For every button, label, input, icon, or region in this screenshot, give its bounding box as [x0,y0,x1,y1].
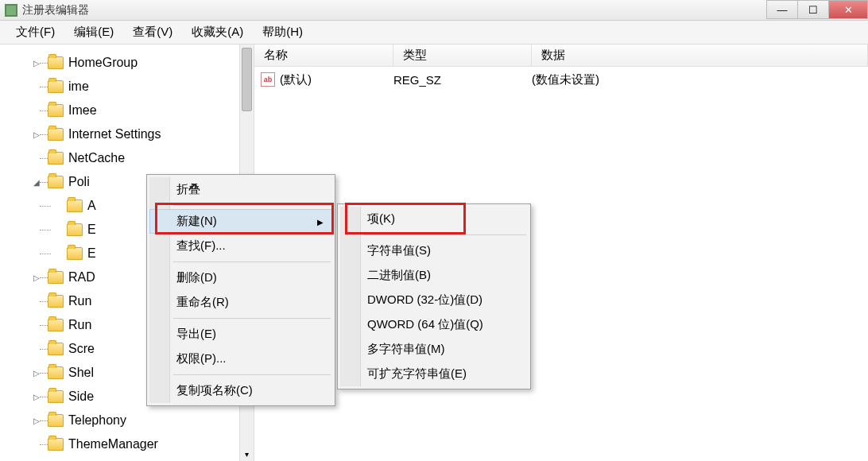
folder-icon [48,295,64,308]
tree-label: E [87,223,96,237]
ctx-item[interactable]: 可扩充字符串值(E) [340,362,528,386]
cell-name: ab (默认) [261,72,393,87]
menu-file[interactable]: 文件(F) [6,21,64,43]
folder-icon [48,56,64,69]
ctx-separator [173,205,331,206]
tree-node[interactable]: ime [48,75,254,99]
tree-node[interactable]: ▷Internet Settings [48,122,254,146]
context-menu-main[interactable]: 折叠新建(N)▶查找(F)...删除(D)重命名(R)导出(E)权限(P)...… [146,174,335,406]
list-row[interactable]: ab (默认) REG_SZ (数值未设置) [254,67,868,92]
folder-icon [67,247,83,260]
tree-label: A [87,199,96,213]
tree-label: ime [68,79,89,94]
expander-icon[interactable]: ◢ [32,177,41,187]
expander-icon[interactable]: ▷ [32,368,41,378]
folder-icon [67,200,83,212]
ctx-item[interactable]: 新建(N)▶ [149,209,332,234]
tree-node[interactable]: NetCache [48,146,254,170]
col-data[interactable]: 数据 [532,45,868,66]
tree-label: Scre [68,342,95,356]
folder-icon [48,152,64,165]
ctx-separator [364,234,526,235]
close-button[interactable]: ✕ [828,0,868,19]
ctx-item[interactable]: 重命名(R) [149,290,332,315]
ctx-separator [173,318,331,319]
tree-label: E [87,246,96,261]
tree-label: NetCache [68,151,125,165]
ctx-item[interactable]: 查找(F)... [149,234,332,258]
tree-label: Poli [68,175,90,189]
folder-icon [48,414,64,427]
tree-label: ThemeManager [68,437,158,451]
col-name[interactable]: 名称 [254,45,393,66]
tree-label: RAD [68,270,95,285]
folder-icon [48,176,64,188]
folder-icon [48,104,64,117]
ctx-item[interactable]: DWORD (32-位)值(D) [340,288,528,312]
cell-data: (数值未设置) [532,72,868,87]
ctx-item[interactable]: 复制项名称(C) [149,378,332,403]
ctx-item[interactable]: 导出(E) [149,322,332,347]
tree-label: Imee [68,103,97,118]
expander-icon[interactable]: ▷ [32,58,41,68]
maximize-button[interactable]: ☐ [797,0,829,19]
context-menu-new[interactable]: 项(K)字符串值(S)二进制值(B)DWORD (32-位)值(D)QWORD … [337,203,531,389]
expander-icon[interactable]: ▷ [32,416,41,425]
folder-icon [48,271,64,284]
scrollbar-thumb[interactable] [242,48,252,111]
window-title: 注册表编辑器 [22,3,89,17]
scrollbar-down-arrow[interactable]: ▾ [241,448,252,459]
expander-icon[interactable]: ▷ [32,392,41,401]
string-value-icon: ab [261,72,275,87]
menubar: 文件(F) 编辑(E) 查看(V) 收藏夹(A) 帮助(H) [0,21,868,45]
folder-icon [48,343,64,355]
ctx-separator [173,374,331,375]
folder-icon [48,128,64,141]
expander-icon[interactable]: ▷ [32,273,41,282]
tree-label: Run [68,294,91,308]
list-header: 名称 类型 数据 [254,45,868,67]
titlebar: 注册表编辑器 — ☐ ✕ [0,0,868,21]
tree-node[interactable]: ThemeManager [48,432,254,456]
ctx-item[interactable]: 权限(P)... [149,347,332,371]
tree-node[interactable]: ▷Telephony [48,409,254,432]
menu-favorites[interactable]: 收藏夹(A) [182,21,253,43]
folder-icon [48,438,64,451]
tree-node[interactable]: ▷HomeGroup [48,51,254,75]
tree-label: Internet Settings [68,127,161,141]
ctx-item[interactable]: 折叠 [149,177,332,202]
menu-help[interactable]: 帮助(H) [253,21,312,43]
tree-label: Shel [68,366,94,380]
tree-label: Telephony [68,413,126,428]
folder-icon [48,366,64,379]
ctx-item[interactable]: 二进制值(B) [340,263,528,288]
ctx-item[interactable]: 项(K) [340,207,528,231]
tree-label: HomeGroup [68,56,138,70]
menu-view[interactable]: 查看(V) [123,21,182,43]
folder-icon [48,319,64,331]
ctx-item[interactable]: 字符串值(S) [340,238,528,263]
minimize-button[interactable]: — [766,0,798,19]
folder-icon [48,390,64,403]
window-controls: — ☐ ✕ [767,0,868,19]
tree-label: Run [68,318,91,332]
menu-edit[interactable]: 编辑(E) [64,21,123,43]
app-icon [5,4,17,17]
cell-type: REG_SZ [393,73,532,87]
expander-icon[interactable]: ▷ [32,130,41,139]
submenu-arrow-icon: ▶ [317,217,324,226]
folder-icon [48,80,64,93]
ctx-item[interactable]: 多字符串值(M) [340,337,528,362]
folder-icon [67,223,83,236]
tree-label: Side [68,389,94,404]
col-type[interactable]: 类型 [393,45,532,66]
tree-node[interactable]: Imee [48,99,254,122]
value-name: (默认) [280,72,312,87]
ctx-separator [173,261,331,262]
ctx-item[interactable]: QWORD (64 位)值(Q) [340,312,528,337]
ctx-item[interactable]: 删除(D) [149,265,332,290]
